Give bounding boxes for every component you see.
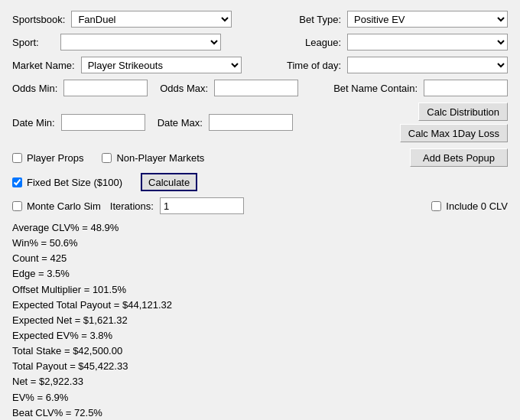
sport-label: Sport: <box>12 37 39 48</box>
date-max-input[interactable] <box>209 114 293 131</box>
non-player-markets-label: Non-Player Markets <box>116 152 204 164</box>
calc-distribution-button[interactable]: Calc Distribution <box>418 103 508 121</box>
include-0-clv-checkbox[interactable] <box>431 201 441 211</box>
time-of-day-label: Time of day: <box>287 60 341 71</box>
fixed-bet-size-checkbox[interactable] <box>12 177 22 187</box>
stat-expected-net: Expected Net = $1,621.32 <box>12 313 508 328</box>
odds-max-label: Odds Max: <box>160 83 208 94</box>
monte-carlo-sim-checkbox[interactable] <box>12 201 22 211</box>
stat-ev-pct: EV% = 6.9% <box>12 390 508 405</box>
player-props-label: Player Props <box>27 152 83 164</box>
stat-offset-multiplier: Offset Multiplier = 101.5% <box>12 282 508 298</box>
league-label: League: <box>305 37 341 48</box>
stat-expected-total-payout: Expected Total Payout = $44,121.32 <box>12 298 508 313</box>
stat-net: Net = $2,922.33 <box>12 374 508 389</box>
odds-min-input[interactable] <box>63 80 148 96</box>
stat-total-payout: Total Payout = $45,422.33 <box>12 359 508 374</box>
stats-section: Average CLV% = 48.9% Win% = 50.6% Count … <box>12 220 508 420</box>
date-min-input[interactable] <box>61 114 145 131</box>
stat-average-clv: Average CLV% = 48.9% <box>12 220 508 236</box>
bet-type-select[interactable]: Positive EV Arbitrage Middle <box>347 11 508 28</box>
stat-total-stake: Total Stake = $42,500.00 <box>12 343 508 359</box>
date-max-label: Date Max: <box>158 117 203 129</box>
calc-max-1day-loss-button[interactable]: Calc Max 1Day Loss <box>400 124 508 142</box>
iterations-label: Iterations: <box>110 200 154 212</box>
stat-beat-clv-pct: Beat CLV% = 72.5% <box>12 405 508 420</box>
odds-max-input[interactable] <box>214 80 298 96</box>
market-name-label: Market Name: <box>12 60 75 71</box>
bet-name-contain-label: Bet Name Contain: <box>333 83 418 94</box>
league-select[interactable] <box>347 34 508 50</box>
market-name-select[interactable]: Player Strikeouts Player Points Player R… <box>81 57 242 73</box>
odds-min-label: Odds Min: <box>12 83 57 94</box>
add-bets-popup-button[interactable]: Add Bets Popup <box>410 148 508 167</box>
stat-win-pct: Win% = 50.6% <box>12 236 508 251</box>
bet-name-contain-input[interactable] <box>424 80 508 96</box>
sportsbook-label: Sportsbook: <box>12 14 65 25</box>
iterations-input[interactable] <box>160 197 244 214</box>
fixed-bet-size-label: Fixed Bet Size ($100) <box>27 177 122 188</box>
sport-select[interactable] <box>60 34 221 50</box>
monte-carlo-sim-label: Monte Carlo Sim <box>27 200 101 212</box>
player-props-checkbox[interactable] <box>12 153 22 163</box>
time-of-day-select[interactable] <box>347 57 508 73</box>
non-player-markets-checkbox[interactable] <box>102 153 112 163</box>
bet-type-label: Bet Type: <box>299 14 341 25</box>
stat-expected-ev-pct: Expected EV% = 3.8% <box>12 328 508 343</box>
stat-count: Count = 425 <box>12 251 508 266</box>
include-0-clv-label: Include 0 CLV <box>446 200 508 212</box>
stat-edge: Edge = 3.5% <box>12 266 508 282</box>
sportsbook-select[interactable]: FanDuel DraftKings BetMGM Caesars <box>71 11 232 28</box>
date-min-label: Date Min: <box>12 117 55 129</box>
calculate-button[interactable]: Calculate <box>141 173 197 191</box>
